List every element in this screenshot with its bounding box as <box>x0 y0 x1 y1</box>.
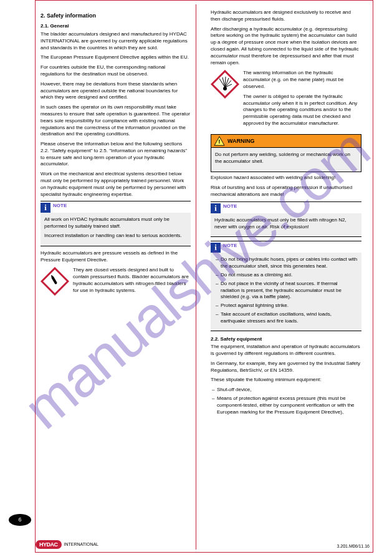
list-item: Means of protection against excess press… <box>211 395 361 415</box>
page-number: 6 <box>9 514 31 526</box>
note-text: Incorrect installation or handling can l… <box>44 233 187 240</box>
paragraph: Work on the mechanical and electrical sy… <box>41 171 191 198</box>
ghs-text: The warning information on the hydraulic… <box>243 70 361 130</box>
footer-right: 3.201.M06/11.16 <box>337 543 370 549</box>
equipment-list: Shut-off device, Means of protection aga… <box>211 387 361 415</box>
paragraph: In such cases the operator on its own re… <box>41 104 191 138</box>
note-text: Hydraulic accumulators must only be fill… <box>214 217 358 231</box>
warning-title: WARNING <box>227 137 255 145</box>
paragraph: For countries outside the EU, the corres… <box>41 64 191 78</box>
list-item: Do not place in the vicinity of heat sou… <box>214 281 358 301</box>
ghs-explosion-block: The warning information on the hydraulic… <box>211 70 361 130</box>
right-column: Hydraulic accumulators are designed excl… <box>206 4 366 422</box>
info-icon: i <box>41 203 50 213</box>
note-label: NOTE <box>223 203 237 210</box>
note-body: Hydraulic accumulators must only be fill… <box>211 213 361 238</box>
left-column: 2. Safety information 2.1. General The b… <box>36 4 196 550</box>
note-block: i NOTE Do not bring hydraulic hoses, pip… <box>211 241 361 331</box>
paragraph: Please observe the information below and… <box>41 141 191 168</box>
paragraph: After discharging a hydraulic accumulato… <box>211 26 361 67</box>
note-label: NOTE <box>53 203 67 210</box>
note-block: i NOTE Hydraulic accumulators must only … <box>211 201 361 238</box>
paragraph: Hydraulic accumulators are designed excl… <box>211 9 361 23</box>
list-item: Protect against lightning strike. <box>214 303 358 309</box>
ghs-cylinder-block: They are closed vessels designed and bui… <box>41 267 191 296</box>
footer-left: HYDAC INTERNATIONAL <box>36 540 98 549</box>
warning-triangle-icon: ! <box>214 136 225 146</box>
warning-text: Do not perform any welding, soldering or… <box>215 152 357 165</box>
footer-left-text: INTERNATIONAL <box>64 541 99 547</box>
paragraph: Hydraulic accumulators are pressure vess… <box>41 250 191 264</box>
note-text: All work on HYDAC hydraulic accumulators… <box>44 216 187 230</box>
note-body: All work on HYDAC hydraulic accumulators… <box>41 213 191 246</box>
heading-general: 2.1. General <box>41 23 191 30</box>
paragraph: Risk of bursting and loss of operating p… <box>211 185 361 198</box>
warning-block: ! WARNING Do not perform any welding, so… <box>211 134 361 173</box>
ghs-explosion-icon <box>211 70 239 99</box>
heading-safety-info: 2. Safety information <box>41 12 191 19</box>
note-block: i NOTE All work on HYDAC hydraulic accum… <box>41 201 191 246</box>
paragraph: The owner is obliged to operate the hydr… <box>243 94 361 127</box>
info-icon: i <box>211 203 221 213</box>
paragraph: In Germany, for example, they are govern… <box>211 361 361 374</box>
info-icon: i <box>211 243 221 253</box>
list-item: Shut-off device, <box>211 387 361 394</box>
paragraph: The European Pressure Equipment Directiv… <box>41 54 191 61</box>
page-frame: 2. Safety information 2.1. General The b… <box>35 0 373 553</box>
paragraph: The equipment, installation and operatio… <box>211 344 361 357</box>
paragraph: Explosion hazard associated with welding… <box>211 175 361 182</box>
warning-header: ! WARNING <box>211 134 361 148</box>
warning-body: Do not perform any welding, soldering or… <box>211 148 361 173</box>
note-label: NOTE <box>223 243 237 249</box>
paragraph: These stipulate the following minimum eq… <box>211 377 361 384</box>
list-item: Do not bring hydraulic hoses, pipes or c… <box>214 256 358 270</box>
paragraph: The bladder accumulators designed and ma… <box>41 31 191 51</box>
note-body: Do not bring hydraulic hoses, pipes or c… <box>211 253 361 331</box>
paragraph: The warning information on the hydraulic… <box>243 70 361 90</box>
list-item: Do not misuse as a climbing aid. <box>214 272 358 279</box>
hydac-logo: HYDAC <box>36 540 62 549</box>
ghs-text: They are closed vessels designed and bui… <box>73 267 191 294</box>
note-list: Do not bring hydraulic hoses, pipes or c… <box>214 256 358 324</box>
heading-safety-equipment: 2.2. Safety equipment <box>211 336 361 343</box>
paragraph: However, there may be deviations from th… <box>41 81 191 101</box>
svg-text:!: ! <box>218 138 220 145</box>
ghs-gas-cylinder-icon <box>41 267 69 296</box>
list-item: Take account of excitation oscillations,… <box>214 311 358 325</box>
